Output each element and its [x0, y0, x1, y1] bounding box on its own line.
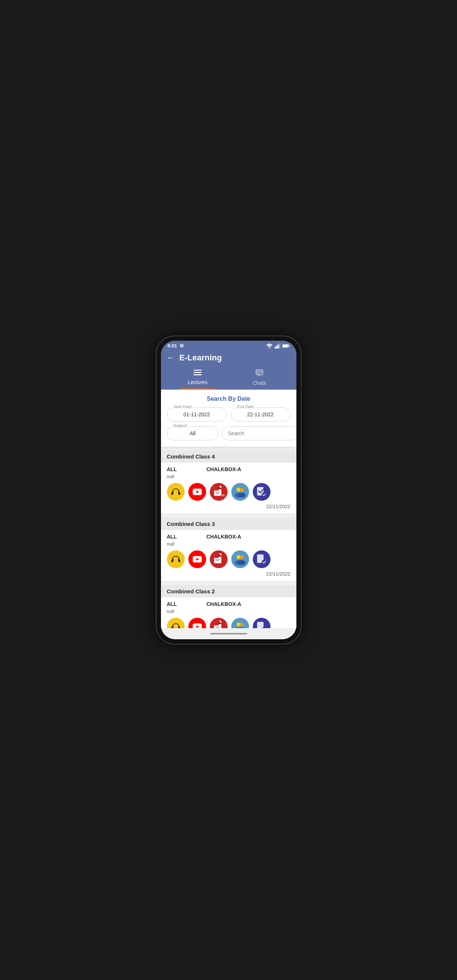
signal-icon [275, 343, 281, 348]
start-date-label: Start Date [172, 404, 194, 409]
search-panel: Search By Date Start Date End Date Subje… [161, 390, 297, 447]
svg-rect-4 [279, 343, 280, 348]
pdf-button-class4[interactable]: PDF [210, 483, 228, 501]
tab-lectures[interactable]: Lectures [167, 366, 228, 390]
lecture-list: Combined Class 4 ALL CHALKBOX-A null [161, 450, 297, 628]
people-button-class4[interactable] [231, 483, 249, 501]
phone-screen: 6:01 ⚙ [161, 341, 297, 639]
lecture-null-class2: null [167, 609, 290, 614]
svg-rect-10 [194, 374, 202, 375]
lecture-card-class4: Combined Class 4 ALL CHALKBOX-A null [161, 450, 297, 514]
svg-point-49 [262, 560, 267, 565]
settings-icon: ⚙ [179, 343, 184, 348]
lecture-meta-class2: ALL CHALKBOX-A [167, 601, 290, 607]
wifi-icon [266, 343, 273, 348]
meta-left-class4: ALL [167, 466, 177, 472]
svg-point-32 [238, 493, 245, 498]
app-bar-title-row: ← E-Learning [167, 353, 290, 366]
lectures-icon [194, 369, 202, 378]
meta-right-class3: CHALKBOX-A [206, 534, 241, 539]
headphones-icon [171, 487, 181, 496]
doc-icon-2 [256, 621, 267, 628]
lecture-null-class3: null [167, 541, 290, 547]
svg-rect-40 [214, 553, 218, 558]
people-icon-3 [233, 553, 247, 566]
people-button-class3[interactable] [231, 550, 249, 568]
end-date-field: End Date [230, 407, 290, 422]
svg-point-34 [262, 492, 267, 497]
lecture-header-class2: Combined Class 2 [161, 585, 297, 597]
search-by-date-title: Search By Date [167, 396, 290, 402]
doc-icon-3 [256, 554, 267, 565]
svg-point-59 [236, 623, 241, 627]
lecture-icons-class4: PDF [167, 483, 290, 501]
svg-rect-25 [215, 492, 220, 493]
svg-rect-63 [257, 622, 263, 628]
doc-button-class3[interactable] [253, 550, 270, 568]
youtube-icon-3 [192, 555, 202, 563]
search-input-wrap [222, 426, 297, 441]
svg-rect-1 [275, 347, 276, 348]
doc-button-class4[interactable] [253, 483, 270, 501]
tab-chats[interactable]: Chats [228, 366, 290, 390]
svg-rect-36 [178, 560, 180, 562]
svg-rect-57 [215, 627, 220, 627]
svg-point-44 [236, 555, 241, 559]
battery-icon [282, 344, 290, 348]
audio-button-class2[interactable] [167, 618, 185, 628]
svg-point-47 [238, 560, 245, 565]
svg-rect-6 [288, 345, 289, 347]
pdf-icon: PDF [213, 485, 225, 498]
search-text-input[interactable] [222, 426, 297, 441]
svg-text:PDF: PDF [221, 494, 225, 497]
svg-rect-42 [215, 559, 220, 560]
end-date-input[interactable] [230, 407, 290, 422]
youtube-button-class4[interactable] [188, 483, 206, 501]
meta-right-class4: CHALKBOX-A [206, 466, 241, 472]
lecture-date-class4: 22/11/2022 [167, 504, 290, 509]
people-icon-2 [233, 620, 247, 628]
youtube-button-class2[interactable] [188, 618, 206, 628]
svg-rect-35 [171, 560, 173, 562]
lecture-header-class4: Combined Class 4 [161, 450, 297, 463]
pdf-icon-2 [213, 620, 225, 628]
status-bar: 6:01 ⚙ [161, 341, 297, 350]
start-date-input[interactable] [167, 407, 227, 422]
doc-icon [256, 486, 267, 497]
svg-rect-8 [194, 370, 202, 371]
lecture-card-class3: Combined Class 3 ALL CHALKBOX-A null [161, 518, 297, 581]
status-time: 6:01 [168, 343, 177, 348]
pdf-button-class3[interactable] [210, 550, 228, 568]
home-bar [210, 633, 247, 635]
audio-button-class4[interactable] [167, 483, 185, 501]
pdf-button-class2[interactable] [210, 618, 228, 628]
lecture-icons-class2 [167, 618, 290, 628]
back-button[interactable]: ← [167, 353, 175, 363]
svg-rect-23 [214, 486, 218, 490]
status-left: 6:01 ⚙ [168, 343, 184, 348]
svg-rect-18 [171, 492, 173, 495]
audio-button-class3[interactable] [167, 550, 185, 568]
youtube-button-class3[interactable] [188, 550, 206, 568]
svg-point-29 [236, 488, 241, 492]
home-indicator [161, 628, 297, 639]
lecture-card-class2: Combined Class 2 ALL CHALKBOX-A null [161, 585, 297, 628]
end-date-label: End Date [236, 404, 256, 409]
youtube-icon [192, 488, 202, 496]
lecture-null-class4: null [167, 474, 290, 479]
subject-label: Subject [172, 423, 189, 428]
youtube-icon-2 [192, 623, 202, 628]
subject-input[interactable] [167, 426, 219, 441]
app-title: E-Learning [179, 353, 222, 363]
lecture-meta-class4: ALL CHALKBOX-A [167, 466, 290, 472]
people-button-class2[interactable] [231, 618, 249, 628]
lecture-date-class3: 22/11/2022 [167, 571, 290, 577]
chats-icon [255, 369, 263, 379]
svg-rect-26 [215, 493, 219, 494]
svg-marker-15 [258, 375, 260, 376]
svg-point-60 [240, 623, 244, 627]
app-bar: ← E-Learning Lectures [161, 350, 297, 390]
doc-button-class2[interactable] [253, 618, 270, 628]
svg-rect-2 [276, 345, 277, 348]
headphones-icon-3 [171, 555, 181, 564]
